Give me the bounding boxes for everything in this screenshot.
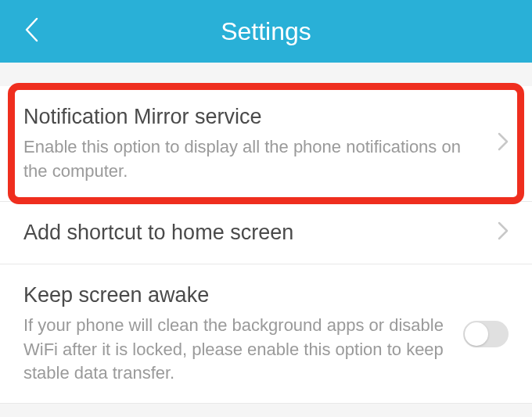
back-icon (23, 16, 39, 43)
item-title: Add shortcut to home screen (23, 219, 482, 246)
item-text: Keep screen awake If your phone will cle… (23, 282, 463, 386)
notification-mirror-item[interactable]: Notification Mirror service Enable this … (0, 86, 532, 202)
settings-list: Notification Mirror service Enable this … (0, 63, 532, 404)
back-button[interactable] (16, 9, 47, 54)
item-title: Notification Mirror service (23, 103, 482, 131)
item-text: Add shortcut to home screen (23, 219, 498, 246)
chevron-right-icon (498, 221, 509, 243)
toggle-knob (465, 322, 488, 346)
chevron-right-icon (498, 132, 509, 154)
item-subtitle: If your phone will clean the background … (23, 314, 448, 386)
item-title: Keep screen awake (23, 282, 448, 309)
item-text: Notification Mirror service Enable this … (23, 103, 498, 184)
add-shortcut-item[interactable]: Add shortcut to home screen (0, 202, 532, 264)
keep-screen-awake-item[interactable]: Keep screen awake If your phone will cle… (0, 264, 532, 404)
keep-awake-toggle[interactable] (463, 321, 509, 347)
item-subtitle: Enable this option to display all the ph… (23, 135, 482, 184)
page-title: Settings (0, 17, 532, 46)
app-header: Settings (0, 0, 532, 63)
